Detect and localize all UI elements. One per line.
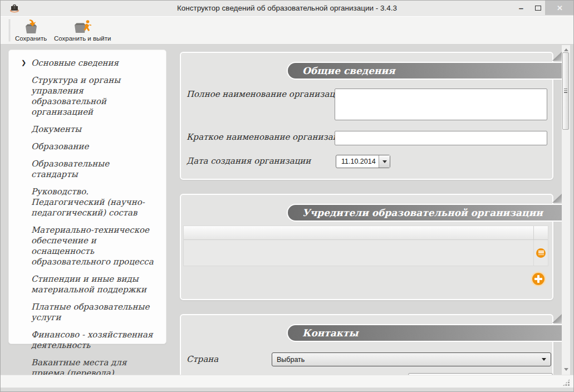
corner-fold-decoration [552,194,562,203]
sidebar-item-scholarships[interactable]: Стипендии и иные виды материальной подде… [31,274,156,295]
row-cell-actions [533,240,548,266]
date-dropdown-button[interactable] [379,155,390,168]
country-select-value: Выбрать [272,356,542,364]
title-bar: Конструктор сведений об образовательной … [1,1,573,16]
window-bottom-edge [1,388,573,391]
full-name-textarea[interactable] [335,89,547,120]
toolbar: Сохранить Сохранить и выйти [1,16,573,45]
section-title-banner: Общие сведения [287,62,562,80]
creation-date-value: 11.10.2014 [336,155,379,168]
chevron-down-icon [382,160,387,163]
scrollbar-grip-icon [564,89,567,94]
minimize-button[interactable]: – [514,1,528,15]
save-exit-label: Сохранить и выйти [54,35,111,42]
sidebar-item-label: Руководство. Педагогический (научно-педа… [31,187,145,218]
sidebar-item-management[interactable]: Руководство. Педагогический (научно-педа… [31,187,156,218]
window-title: Конструктор сведений об образовательной … [1,1,573,16]
header-cell-actions [533,226,548,239]
section-title-banner: Учредители образовательной организации [287,204,562,222]
toolbar-gripper[interactable] [9,19,11,41]
save-exit-icon [73,19,92,35]
scrollbar-thumb[interactable] [562,52,569,130]
sidebar-item-material-support[interactable]: Материально-техническое обеспечение и ос… [31,225,156,267]
founders-table [183,226,548,266]
sidebar-item-paid-services[interactable]: Платные образовательные услуги [31,302,156,323]
table-row [184,240,548,266]
sidebar-item-label: Основные сведения [31,58,119,68]
sidebar-item-label: Образование [31,141,89,151]
triangle-up-icon [564,48,568,51]
sidebar-item-label: Платные образовательные услуги [31,302,149,322]
add-founder-button[interactable] [532,273,544,285]
sidebar-item-label: Образовательные стандарты [31,159,109,179]
corner-fold-decoration [552,314,562,323]
save-button[interactable]: Сохранить [13,18,49,43]
sidebar-item-financial[interactable]: Финансово - хозяйственная деятельность [31,330,156,351]
section-contacts: Контакты Страна Выбрать [180,314,553,378]
full-name-label: Полное наименование организации [187,89,346,99]
short-name-input[interactable] [335,131,547,145]
sidebar-item-standards[interactable]: Образовательные стандарты [31,159,156,180]
sidebar-item-documents[interactable]: Документы [31,124,156,135]
sidebar-item-label: Финансово - хозяйственная деятельность [31,330,153,350]
maximize-icon [535,6,541,11]
sidebar-item-main-info[interactable]: ❯ Основные сведения [31,58,156,68]
active-item-chevron-icon: ❯ [21,59,26,66]
creation-date-picker[interactable]: 11.10.2014 [336,155,390,168]
save-label: Сохранить [15,35,47,42]
founders-table-header [184,226,548,240]
row-cell [184,240,533,266]
row-menu-button[interactable] [536,248,546,258]
status-bar [1,375,573,389]
save-and-exit-button[interactable]: Сохранить и выйти [52,18,113,43]
sidebar-nav: ❯ Основные сведения Структура и органы у… [8,50,166,344]
sidebar-item-label: Структура и органы управления образовате… [31,75,120,117]
country-label: Страна [187,354,218,364]
sidebar-item-label: Стипендии и иные виды материальной подде… [31,274,146,295]
resize-grip[interactable] [562,379,570,386]
app-window: Конструктор сведений об образовательной … [0,0,574,392]
triangle-down-icon [564,368,568,371]
menu-icon [538,251,544,255]
sidebar-item-label: Документы [31,124,81,134]
sidebar-item-education[interactable]: Образование [31,141,156,152]
corner-fold-decoration [552,52,562,61]
vertical-scrollbar[interactable] [562,45,570,375]
chevron-down-icon [542,358,546,361]
short-name-label: Краткое наименование организации [187,132,349,142]
creation-date-label: Дата создания организации [187,156,311,166]
close-button[interactable]: ✕ [545,1,574,15]
maximize-button[interactable] [531,1,545,15]
section-founders: Учредители образовательной организации [180,194,553,300]
sidebar-item-label: Материально-техническое обеспечение и ос… [31,225,154,267]
country-select[interactable]: Выбрать [272,352,551,366]
section-title-banner: Контакты [287,324,562,342]
section-general-info: Общие сведения Полное наименование орган… [180,52,553,180]
header-cell [184,226,533,239]
sidebar-item-structure[interactable]: Структура и органы управления образовате… [31,75,156,117]
save-icon [23,19,40,35]
scroll-down-button[interactable] [562,366,570,373]
